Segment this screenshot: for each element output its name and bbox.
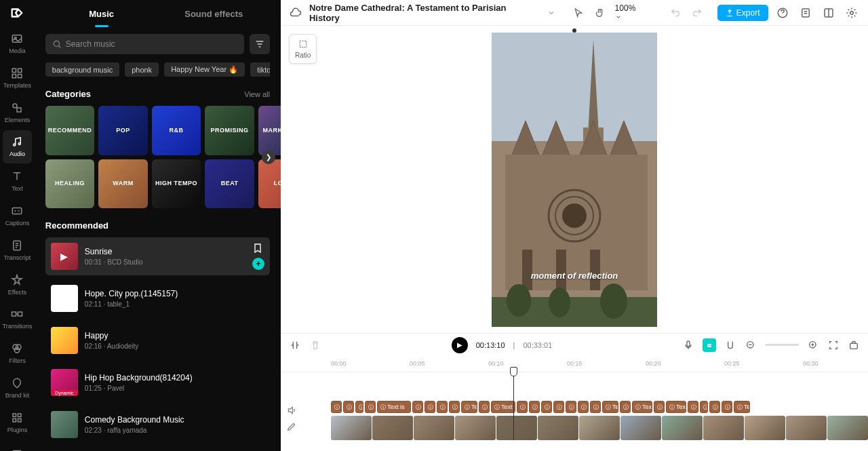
text-clip[interactable]: ⓘ (529, 401, 540, 413)
text-clip[interactable]: ⓘText is (377, 401, 411, 413)
category-card[interactable]: RECOMMEND (45, 106, 95, 155)
category-card[interactable]: LOVE (258, 159, 281, 209)
text-clip[interactable]: ⓘ (566, 401, 576, 413)
undo-button[interactable] (669, 6, 682, 20)
text-clip[interactable]: ⓘ (722, 401, 732, 413)
category-card[interactable]: PROMISING (205, 106, 254, 155)
text-clip[interactable]: ⓘTex (632, 401, 652, 413)
text-clip[interactable]: ⓘTe (461, 401, 477, 413)
app-logo[interactable] (6, 5, 28, 20)
filter-button[interactable] (250, 34, 270, 54)
magnet-button[interactable] (724, 339, 736, 351)
category-card[interactable]: POP (98, 106, 148, 155)
zoom-slider[interactable] (765, 344, 799, 346)
text-clip[interactable]: ⓘ (578, 401, 589, 413)
category-card[interactable]: WARM (98, 159, 148, 209)
ai-button[interactable] (703, 338, 716, 352)
text-clip[interactable]: ⓘTex (666, 401, 686, 413)
layout-button[interactable] (821, 5, 837, 21)
edit-track-button[interactable] (286, 421, 298, 433)
sidebar-item-transcript[interactable]: Transcript (0, 234, 35, 267)
video-clip[interactable] (662, 416, 703, 440)
tab-sound-effects[interactable]: Sound effects (157, 2, 270, 26)
sidebar-item-brand-kit[interactable]: Brand kit (0, 372, 35, 405)
text-clip[interactable]: ⓘTe (734, 401, 750, 413)
video-clip[interactable] (786, 416, 827, 440)
category-next-button[interactable]: ❯ (262, 151, 275, 164)
text-clip[interactable]: ⓘT (437, 401, 448, 413)
video-clip[interactable] (372, 416, 413, 440)
sidebar-item-captions[interactable]: Captions (0, 199, 35, 233)
text-clip[interactable]: ⓘ (425, 401, 435, 413)
expand-button[interactable] (848, 339, 860, 351)
text-clip[interactable]: ⓘT (709, 401, 720, 413)
text-clip[interactable]: ⓘ (590, 401, 601, 413)
cloud-sync-icon[interactable] (289, 6, 302, 20)
canvas-area[interactable]: Ratio moment of ref (281, 26, 868, 333)
ratio-tool[interactable]: Ratio (289, 34, 317, 64)
video-clip[interactable] (496, 416, 537, 440)
text-clip[interactable]: ⓘ (541, 401, 552, 413)
chevron-down-icon[interactable] (545, 6, 558, 20)
text-clip[interactable]: ⓘT (343, 401, 354, 413)
text-clip[interactable]: ⓘ (517, 401, 528, 413)
track-item[interactable]: Comedy Background Music02:23 · raffa yam… (45, 406, 270, 444)
sidebar-item-audio[interactable]: Audio (3, 130, 32, 163)
video-clip[interactable] (827, 416, 868, 440)
zoom-dropdown[interactable]: 100% (615, 3, 645, 22)
settings-button[interactable] (844, 5, 860, 21)
text-clip[interactable]: ⓘ (355, 401, 363, 413)
tag[interactable]: tiktok (250, 62, 270, 77)
category-card[interactable]: R&B (152, 106, 201, 155)
track-item[interactable]: DynamicHip Hop Background(814204)01:25 ·… (45, 364, 270, 401)
video-clip[interactable] (538, 416, 578, 440)
video-preview[interactable]: moment of reflection (492, 33, 657, 327)
text-clip[interactable]: ⓘ (412, 401, 423, 413)
tag[interactable]: background music (45, 62, 119, 77)
video-clip[interactable] (455, 416, 496, 440)
cursor-tool[interactable] (572, 6, 585, 20)
hand-tool[interactable] (593, 6, 607, 20)
category-card[interactable]: HIGH TEMPO (152, 159, 201, 209)
text-clip[interactable]: ⓘ (449, 401, 460, 413)
track-item[interactable]: Hope. City pop.(1145157)02:11 · table_1 (45, 279, 270, 317)
video-clip[interactable] (331, 416, 372, 440)
sidebar-item-templates[interactable]: Templates (0, 62, 35, 95)
fit-button[interactable] (827, 339, 840, 351)
track-item[interactable]: Merry Christmas (Acoustic)03:48 · Lao (45, 448, 270, 451)
video-clip[interactable] (414, 416, 454, 440)
text-clip[interactable]: ⓘ (331, 401, 342, 413)
add-track-button[interactable]: + (252, 258, 264, 270)
play-button[interactable]: ▶ (452, 337, 468, 353)
tag[interactable]: Happy New Year 🔥 (164, 62, 245, 77)
help-button[interactable] (775, 5, 791, 21)
text-clip[interactable]: ⓘ (553, 401, 564, 413)
time-ruler[interactable]: 00:0000:0500:1000:1500:2000:2500:30 (281, 356, 868, 372)
sidebar-item-collapse[interactable] (0, 442, 35, 451)
category-card[interactable]: HEALING (45, 159, 95, 209)
playhead[interactable] (513, 372, 514, 440)
history-button[interactable] (797, 5, 814, 21)
project-title[interactable]: Notre Dame Cathedral: A Testament to Par… (309, 3, 538, 23)
text-clip[interactable]: ⓘTe (602, 401, 618, 413)
sidebar-item-plugins[interactable]: Plugins (0, 406, 35, 439)
video-clip[interactable] (745, 416, 785, 440)
sidebar-item-effects[interactable]: Effects (0, 269, 35, 302)
video-clip[interactable] (620, 416, 661, 440)
text-clip[interactable]: ⓘ (620, 401, 631, 413)
text-clip[interactable]: ⓘ (365, 401, 376, 413)
sidebar-item-text[interactable]: Text (0, 165, 35, 198)
sidebar-item-filters[interactable]: Filters (0, 337, 35, 370)
export-button[interactable]: Export (717, 5, 768, 21)
zoom-out-button[interactable] (745, 339, 757, 351)
sidebar-item-elements[interactable]: Elements (0, 96, 35, 130)
track-item[interactable]: Happy02:16 · Audiodeity (45, 321, 270, 359)
category-card[interactable]: MARKETING (258, 106, 281, 155)
zoom-in-button[interactable] (807, 339, 819, 351)
playhead-handle[interactable] (510, 367, 517, 376)
text-clip[interactable]: ⓘ (700, 401, 708, 413)
text-clip[interactable]: ⓘ (654, 401, 665, 413)
sidebar-item-transitions[interactable]: Transitions (0, 302, 35, 336)
category-card[interactable]: BEAT (205, 159, 254, 209)
text-clip[interactable]: ⓘText (491, 401, 515, 413)
